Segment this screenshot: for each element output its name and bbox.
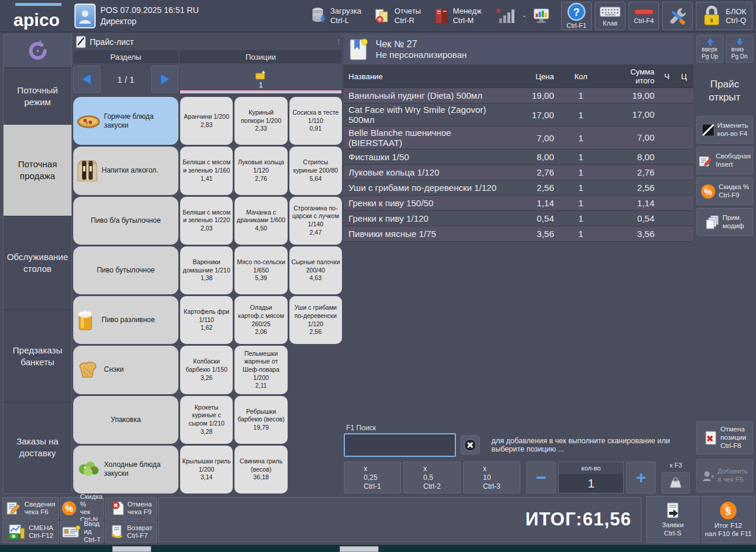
settings-button[interactable]	[662, 2, 693, 30]
discount-button[interactable]: %Скидка % Ctrl-F9	[696, 177, 753, 205]
product-button[interactable]: Луковые кольца 1/1202,76	[234, 147, 287, 194]
taskbar-item[interactable]	[112, 546, 151, 552]
page-indicator: 1 / 1	[103, 74, 149, 85]
ctrl-f4-button[interactable]: Ctrl-F4	[628, 2, 659, 30]
free-position-button-label: Свободная Insert	[716, 152, 751, 169]
page-prev-button[interactable]	[73, 66, 100, 93]
cancel-position-button[interactable]: Отмена позиции Ctrl-F8	[696, 421, 753, 454]
product-button[interactable]: Стрипсы куриные 200/805,64	[289, 147, 342, 194]
receipt-icon	[348, 37, 370, 61]
return-button-label: Возврат Ctrl-F7	[127, 524, 152, 540]
quantity-plus-button[interactable]: +	[626, 462, 656, 493]
receipt-row[interactable]: Пивчики мясные 1/753,5613,56	[344, 226, 693, 242]
help-button-label: Ctrl-F1	[566, 22, 586, 29]
receipt-row[interactable]: Гренки к пиву 150/501,1411,14	[344, 196, 693, 211]
panel-options-icon[interactable]: ⁞	[338, 38, 340, 46]
user-avatar[interactable]	[74, 4, 96, 28]
load-button[interactable]: Загрузка Ctrl-L	[308, 5, 365, 27]
product-button[interactable]: Беляши с мясом и зеленью 1/2202,03	[180, 197, 233, 245]
category-hot-dishes[interactable]: Горячие блюда закуски	[73, 97, 178, 145]
product-button[interactable]: Сырные палочки 200/404,63	[289, 246, 342, 294]
product-button[interactable]: Картофель фри 1/1101,62	[180, 296, 233, 344]
multiply-10-button[interactable]: x 10 Ctrl-3	[463, 462, 520, 493]
scroll-up-button[interactable]: вверх Pg Up	[696, 35, 724, 63]
line-name: Пивчики мясные 1/75	[344, 228, 509, 240]
check-details-button[interactable]: Сведения чека F6	[2, 497, 59, 519]
scroll-down-button[interactable]: вниз Pg Dn	[726, 35, 753, 63]
category-packaging[interactable]: Упаковка	[73, 396, 178, 444]
id-input-button[interactable]: Ввод ид Ctrl-T	[60, 521, 104, 543]
product-button[interactable]: Крылышки гриль 1/2003,14	[180, 446, 233, 493]
line-total: 0,54	[603, 213, 659, 223]
mode-delivery[interactable]: Заказы на доставку	[4, 402, 71, 493]
category-cold-dishes[interactable]: Холодные блюда закуски	[73, 446, 178, 493]
receipt-row[interactable]: Belle Blanche пшеничное (BIERSTAAT)7,001…	[344, 126, 693, 150]
lock-button[interactable]: БЛОК Ctrl-Q	[696, 2, 752, 30]
category-beer-bottled[interactable]: Пиво бутылочное	[73, 246, 178, 294]
scroll-up-label: вверх Pg Up	[702, 46, 718, 60]
requests-icon	[664, 502, 681, 519]
add-to-check-button[interactable]: Добавить в чек F5	[696, 459, 753, 492]
reports-button[interactable]: Отчеты Ctrl-R	[371, 5, 425, 27]
product-button[interactable]: Крокеты куриные с сыром 1/2103,28	[180, 396, 233, 444]
taskbar-item[interactable]	[340, 546, 379, 552]
line-price: 1,14	[509, 198, 559, 208]
cancel-check-button[interactable]: Отмена чека F9	[105, 497, 157, 519]
line-price: 17,00	[509, 110, 559, 120]
mode-tables[interactable]: Обслуживание столов	[4, 216, 71, 311]
receipt-row[interactable]: Уши с грибами по-деревенски 1/1202,5612,…	[344, 180, 693, 196]
keyboard-button[interactable]: Клав	[595, 2, 625, 30]
grand-total-button[interactable]: § Итог F12 нал F10 бк F11	[702, 496, 755, 543]
category-beer-na-bottled[interactable]: Пиво б/а бутылочное	[73, 197, 178, 245]
category-snacks[interactable]: Снэки	[73, 346, 178, 394]
mode-flow[interactable]: Поточный режим	[4, 69, 71, 125]
product-button[interactable]: Куриный попкорн 1/2002,33	[234, 97, 287, 145]
product-button[interactable]: Сосиска в тесте 1/1100,91	[289, 97, 342, 145]
product-button[interactable]: Мачанка с драниками 1/6004,50	[234, 197, 287, 245]
return-button[interactable]: Возврат Ctrl-F7	[105, 521, 157, 543]
edit-qty-button[interactable]: Изменить кол-во F4	[696, 116, 753, 144]
page-next-button[interactable]	[151, 66, 178, 93]
product-button[interactable]: Мясо по-сельски 1/6505,39	[234, 246, 287, 294]
receipt-row[interactable]: Ванильный пудинг (Dieta) 500мл19,00119,0…	[344, 88, 693, 103]
product-button[interactable]: Уши с грибами по-деревенски 1/1202,56	[289, 296, 342, 344]
product-button[interactable]: Пельмешки жареные от Шеф-повара 1/2002,1…	[234, 346, 287, 394]
refresh-button[interactable]	[4, 34, 71, 69]
mode-flow-sale[interactable]: Поточная продажа	[4, 125, 71, 216]
product-button[interactable]: Свинина гриль (весов)36,18	[234, 446, 287, 493]
clear-search-button[interactable]	[461, 436, 480, 454]
receipt-row[interactable]: Луковые кольца 1/1202,7612,76	[344, 165, 693, 180]
shift-button[interactable]: СМЕНА Ctrl-F12	[2, 521, 59, 543]
receipt-row[interactable]: Фисташки 1/508,0018,00	[344, 150, 693, 165]
col-price: Цена	[509, 72, 559, 81]
quantity-minus-button[interactable]: −	[526, 462, 556, 493]
category-alco-drinks[interactable]: Напитки алкогол.	[73, 147, 178, 194]
positions-tab[interactable]: 1	[180, 64, 342, 94]
modifier-button[interactable]: Прим. модиф	[696, 208, 753, 236]
help-button[interactable]: ?Ctrl-F1	[561, 2, 592, 30]
weight-f3-button[interactable]	[662, 472, 690, 493]
multiply-05-button[interactable]: x 0,5 Ctrl-2	[403, 462, 461, 493]
mode-preorders[interactable]: Предзаказы банкеты	[4, 310, 71, 402]
keyboard-icon	[599, 5, 621, 19]
receipt-row[interactable]: Cat Face with Wry Smile (Zagovor) 500мл1…	[344, 103, 693, 126]
product-button[interactable]: Строганина по-царски с лучком 1/1402,47	[289, 197, 342, 245]
reports-icon	[374, 8, 391, 24]
product-button[interactable]: Беляши с мясом и зеленью 1/1601,41	[180, 147, 233, 194]
manager-button[interactable]: Менедж Ctrl-M	[431, 5, 485, 27]
product-button[interactable]: Вареники домашние 1/2101,38	[180, 246, 233, 294]
check-discount-button[interactable]: %Скидка % чек Ctrl-N	[60, 497, 104, 519]
edit-qty-button-label: Изменить кол-во F4	[718, 122, 748, 138]
product-button[interactable]: Аранчини 1/2002,83	[180, 97, 233, 145]
product-button[interactable]: Ребрышки барбекю (весов)19,79	[234, 396, 287, 444]
category-beer-draft[interactable]: Пиво разливное	[73, 296, 178, 344]
requests-button[interactable]: Заявки Ctrl-S	[646, 496, 699, 543]
pricelist-icon	[76, 35, 86, 48]
search-input[interactable]	[344, 433, 456, 457]
free-position-button[interactable]: Свободная Insert	[696, 147, 753, 174]
multiply-025-button[interactable]: x 0,25 Ctrl-1	[344, 462, 401, 493]
product-button[interactable]: Колбаски барбекю 1/1503,26	[180, 346, 233, 394]
receipt-row[interactable]: Гренки к пиву 1/1200,5410,54	[344, 211, 693, 226]
product-button[interactable]: Оладьи картоф.с мясом 260/252,06	[234, 296, 287, 344]
arrow-down-icon	[735, 38, 744, 46]
